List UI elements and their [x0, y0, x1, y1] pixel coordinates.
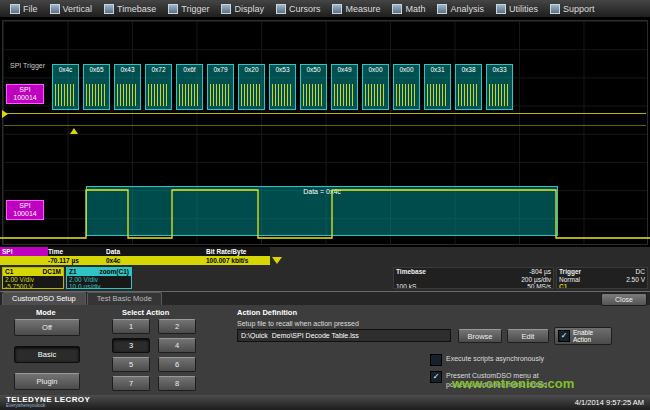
trigger-icon	[168, 4, 178, 14]
menu-label: Math	[405, 4, 425, 14]
spi-clock-burst	[148, 84, 169, 106]
c1-scale: 2.00 V/div	[5, 276, 34, 283]
decode-table-row[interactable]: -70.117 µs 0x4c 100.007 kbit/s	[0, 256, 270, 265]
support-icon	[550, 4, 560, 14]
spi-decode-byte: 0x31	[424, 64, 451, 110]
spi-bus-badge-top[interactable]: SPI 100014	[6, 84, 44, 104]
spi-decode-byte: 0x00	[393, 64, 420, 110]
menu-file[interactable]: File	[4, 2, 44, 16]
spi-decode-byte: 0x4c	[52, 64, 79, 110]
z1-descriptor-box[interactable]: Z1 zoom(C1) 2.00 V/div 10.0 µs/div	[66, 267, 132, 289]
setup-file-input[interactable]	[237, 329, 451, 342]
spi-decode-row: 0x4c 0x65 0x43 0x72 0x6f 0x79 0x20 0x53 …	[52, 64, 513, 110]
spi-decode-byte: 0x53	[269, 64, 296, 110]
spi-clock-burst	[210, 84, 231, 106]
tab-test-basic-mode[interactable]: Test Basic Mode	[87, 292, 162, 305]
enable-action-toggle[interactable]: Enable Action	[554, 327, 612, 345]
mode-basic-button[interactable]: Basic	[14, 346, 80, 363]
menu-utilities[interactable]: Utilities	[490, 2, 544, 16]
trigger-source: C1	[559, 283, 567, 289]
action-button-3[interactable]: 3	[112, 338, 150, 353]
spi-decode-byte: 0x49	[331, 64, 358, 110]
menu-label: Measure	[345, 4, 380, 14]
menu-support[interactable]: Support	[544, 2, 601, 16]
vertical-icon	[50, 4, 60, 14]
status-bar: TELEDYNE LECROY Everywhereyoulook 4/1/20…	[0, 395, 650, 410]
decode-table-bus[interactable]: SPI	[0, 247, 48, 256]
mode-plugin-button[interactable]: Plugin	[14, 373, 80, 390]
timebase-descriptor-box[interactable]: Timebase -804 µs 200 µs/div 100 kS 50 MS…	[393, 267, 554, 289]
decode-value: 0x20	[239, 66, 264, 73]
timebase-icon	[104, 4, 114, 14]
action-button-6[interactable]: 6	[158, 357, 196, 372]
c1-descriptor-box[interactable]: C1 DC1M 2.00 V/div -5.7500 V	[2, 267, 64, 289]
decode-value: 0x38	[456, 66, 481, 73]
decode-value: 0x72	[146, 66, 171, 73]
decode-value: 0x4c	[53, 66, 78, 73]
mode-section-title: Mode	[36, 308, 56, 317]
decode-col-data: Data	[106, 248, 206, 255]
clock-timestamp: 4/1/2014 9:57:25 AM	[575, 398, 644, 407]
action-button-1[interactable]: 1	[112, 319, 150, 334]
decode-value: 0x00	[394, 66, 419, 73]
table-row-caret-icon	[272, 257, 282, 264]
display-icon	[221, 4, 231, 14]
menu-display[interactable]: Display	[215, 2, 270, 16]
menu-analysis[interactable]: Analysis	[431, 2, 490, 16]
z1-timebase: 10.0 µs/div	[69, 283, 101, 289]
spi-clock-burst	[303, 84, 324, 106]
spi-badge-value: 100014	[7, 94, 43, 102]
tab-customdso-setup[interactable]: CustomDSO Setup	[2, 292, 86, 305]
utilities-icon	[496, 4, 506, 14]
file-icon	[10, 4, 20, 14]
channel1-level-marker[interactable]	[2, 110, 8, 118]
action-button-4[interactable]: 4	[158, 338, 196, 353]
decode-table-header: SPI Time Data Bit Rate/Byte	[0, 247, 270, 256]
measure-icon	[332, 4, 342, 14]
trigger-descriptor-box[interactable]: Trigger DC Normal 2.50 V C1	[556, 267, 648, 289]
trigger-position-marker[interactable]	[70, 128, 78, 134]
menu-math[interactable]: Math	[386, 2, 431, 16]
spi-data-baseline	[4, 125, 646, 126]
edit-button[interactable]: Edit	[507, 329, 549, 343]
waveform-display: SPI Trigger SPI 100014 0x4c 0x65 0x43 0x…	[0, 18, 650, 247]
spi-decode-byte: 0x72	[145, 64, 172, 110]
math-icon	[392, 4, 402, 14]
menu-timebase[interactable]: Timebase	[98, 2, 162, 16]
enable-action-checkbox-icon	[558, 330, 570, 342]
watermark-text: www.cntronics.com	[452, 376, 574, 391]
decode-value: 0x50	[301, 66, 326, 73]
trigger-mode: Normal	[559, 276, 580, 283]
action-button-8[interactable]: 8	[158, 376, 196, 391]
async-checkbox-row[interactable]: Execute scripts asynchronously	[430, 354, 544, 366]
spi-bus-badge-zoom[interactable]: SPI 100014	[6, 200, 44, 220]
menu-label: Vertical	[63, 4, 93, 14]
spi-clock-burst	[458, 84, 479, 106]
action-button-7[interactable]: 7	[112, 376, 150, 391]
action-button-5[interactable]: 5	[112, 357, 150, 372]
mode-off-button[interactable]: Off	[14, 319, 80, 336]
decode-value: 0x79	[208, 66, 233, 73]
decode-row-data: 0x4c	[106, 257, 206, 264]
decode-value: 0x33	[487, 66, 512, 73]
spi-clock-burst	[179, 84, 200, 106]
decode-value: 0x43	[115, 66, 140, 73]
zoom-waveform-trace	[0, 176, 650, 242]
c1-name: C1	[5, 268, 13, 276]
browse-button[interactable]: Browse	[458, 329, 502, 343]
spi-clock-burst	[365, 84, 386, 106]
menu-measure[interactable]: Measure	[326, 2, 386, 16]
spi-decode-byte: 0x43	[114, 64, 141, 110]
menu-trigger[interactable]: Trigger	[162, 2, 215, 16]
cursors-icon	[276, 4, 286, 14]
menu-cursors[interactable]: Cursors	[270, 2, 327, 16]
c1-offset: -5.7500 V	[5, 283, 33, 289]
brand-tagline: Everywhereyoulook	[6, 403, 90, 409]
teledyne-lecroy-logo: TELEDYNE LECROY Everywhereyoulook	[6, 397, 90, 409]
dialog-tabs: CustomDSO Setup Test Basic Mode Close	[0, 292, 650, 305]
spi-clock-burst	[117, 84, 138, 106]
menu-label: Cursors	[289, 4, 321, 14]
action-button-2[interactable]: 2	[158, 319, 196, 334]
timebase-position: -804 µs	[529, 268, 551, 276]
menu-vertical[interactable]: Vertical	[44, 2, 99, 16]
